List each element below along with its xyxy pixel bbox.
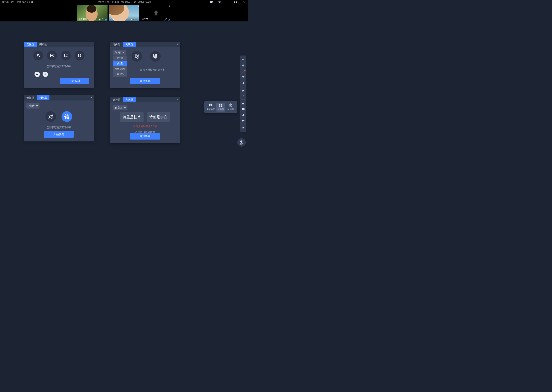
participant-name: 王小明 <box>142 17 149 21</box>
camera-icon[interactable] <box>209 0 214 5</box>
start-button[interactable]: 开始答题 <box>130 133 160 140</box>
raise-hand-button[interactable]: 0/2 <box>237 138 246 147</box>
option-d[interactable]: D <box>74 50 85 61</box>
close-icon[interactable] <box>241 0 247 5</box>
participant-name: 叮当老师 <box>78 17 87 21</box>
top-status-bar: 丢包率：0% 网络状态：良好 神秘大自然 已上课：02:34:09 ID：202… <box>0 0 248 4</box>
answer-options: A B C D <box>33 50 85 61</box>
participant-tile[interactable]: × 王小明 🎤 <box>141 5 171 21</box>
mic-muted-icon: 🎤 <box>164 18 167 21</box>
text-icon[interactable] <box>240 74 246 80</box>
screen-share-button[interactable]: 屏幕共享 <box>206 103 215 112</box>
quiz-panel-custom: 选择题 判断题 × 自定义 诗圣是杜甫 诗仙是李白 自定义内容最多5个字 点击预… <box>110 97 180 143</box>
main-stage: 选择题 判断题 × A B C D 点击字母预设正确答案 – + 开始答题 选择… <box>0 21 248 176</box>
chevron-down-icon <box>36 105 38 106</box>
folder-icon[interactable] <box>240 100 246 106</box>
mic-icon: 🎤 <box>101 18 103 21</box>
tab-judge[interactable]: 判断题 <box>123 97 136 102</box>
panel-tabs: 选择题 判断题 <box>24 95 94 100</box>
quiz-tool-button[interactable]: 答题器 <box>216 103 225 112</box>
option-c[interactable]: C <box>61 50 71 61</box>
apps-icon[interactable] <box>240 106 246 112</box>
custom-option[interactable]: 诗仙是李白 <box>147 112 170 122</box>
remove-option-button[interactable]: – <box>35 72 40 77</box>
class-timer: 已上课：02:34:09 <box>112 0 130 4</box>
chevron-down-icon <box>124 107 126 108</box>
tab-judge[interactable]: 判断题 <box>36 95 50 100</box>
judge-type-dropdown[interactable]: 对/错 <box>26 103 39 109</box>
option-false[interactable]: 错 <box>150 51 161 62</box>
minimize-icon[interactable] <box>225 0 230 5</box>
packet-loss: 丢包率：0% <box>2 0 14 4</box>
dropdown-item[interactable]: +自定义 <box>113 72 127 77</box>
bell-icon[interactable] <box>240 125 246 131</box>
svg-rect-6 <box>219 105 220 107</box>
dropdown-item[interactable]: 精致/粗糙 <box>113 66 127 72</box>
start-button[interactable]: 开始答题 <box>60 78 89 84</box>
tab-judge[interactable]: 判断题 <box>123 42 136 47</box>
start-button[interactable]: 开始答题 <box>130 78 160 84</box>
option-b[interactable]: B <box>47 50 57 61</box>
brightness-icon[interactable] <box>240 93 246 99</box>
close-icon[interactable]: × <box>91 96 92 99</box>
option-a[interactable]: A <box>33 50 43 61</box>
settings-icon[interactable] <box>217 0 222 5</box>
participant-name: Nina <box>110 18 115 21</box>
hand-icon <box>240 140 243 143</box>
mic-icon: 🎤 <box>132 18 135 21</box>
class-id: ID：2020070324 <box>133 0 151 4</box>
close-icon[interactable]: × <box>138 5 139 7</box>
error-text: 自定义内容最多5个字 <box>133 125 157 128</box>
dropdown-item[interactable]: 美/丑 <box>113 61 127 66</box>
participant-strip: 叮当老师 🎤 × Nina 🎤 × 王小明 🎤 <box>0 4 248 21</box>
tab-choice[interactable]: 选择题 <box>24 95 36 100</box>
option-true[interactable]: 对 <box>131 51 142 62</box>
svg-point-12 <box>243 96 244 97</box>
start-button[interactable]: 开始答题 <box>44 131 74 138</box>
pointer-icon[interactable] <box>240 57 246 63</box>
judge-type-dropdown[interactable]: 自定义 <box>113 105 127 111</box>
svg-rect-15 <box>243 109 244 109</box>
pen-icon[interactable] <box>240 69 246 74</box>
participant-tile[interactable]: × Nina 🎤 <box>109 5 139 21</box>
custom-option[interactable]: 诗圣是杜甫 <box>120 112 144 122</box>
add-option-button[interactable]: + <box>43 72 48 77</box>
audio-level <box>168 19 170 21</box>
tab-choice[interactable]: 选择题 <box>24 42 36 47</box>
close-icon[interactable]: × <box>91 42 92 46</box>
tab-choice[interactable]: 选择题 <box>110 97 123 102</box>
option-false[interactable]: 错 <box>62 111 72 122</box>
svg-point-16 <box>243 114 244 115</box>
close-icon[interactable]: × <box>177 42 179 46</box>
move-icon[interactable] <box>240 63 246 69</box>
person-icon[interactable] <box>240 112 246 118</box>
eraser-icon[interactable] <box>240 87 246 93</box>
panel-tabs: 选择题 判断题 <box>110 97 180 102</box>
cut-icon[interactable] <box>240 80 246 86</box>
svg-point-2 <box>154 11 158 14</box>
dropdown-item[interactable]: 对/错 <box>113 56 127 61</box>
chat-icon[interactable] <box>240 118 246 123</box>
dropdown-menu: 对/错 美/丑 精致/粗糙 +自定义 <box>113 56 127 77</box>
right-toolbar <box>240 56 246 132</box>
participant-tile[interactable]: 叮当老师 🎤 <box>77 5 108 21</box>
judge-type-dropdown[interactable]: 对/错 对/错 美/丑 精致/粗糙 +自定义 <box>113 50 126 55</box>
svg-rect-5 <box>221 104 222 105</box>
network-status: 网络状态：良好 <box>17 0 33 4</box>
svg-rect-13 <box>242 108 244 110</box>
preset-hint: 点击字母预设正确答案 <box>140 68 165 72</box>
teacher-tools-popup: 屏幕共享 答题器 抢答器 <box>204 101 237 113</box>
option-true[interactable]: 对 <box>45 111 56 122</box>
close-icon[interactable]: × <box>177 98 179 101</box>
fullscreen-icon[interactable] <box>233 0 239 5</box>
class-title: 神秘大自然 <box>98 0 109 4</box>
audio-level <box>105 19 107 21</box>
svg-rect-0 <box>210 1 212 3</box>
panel-tabs: 选择题 判断题 <box>24 42 94 47</box>
race-tool-button[interactable]: 抢答器 <box>226 103 235 112</box>
close-icon[interactable]: × <box>169 5 171 7</box>
tab-choice[interactable]: 选择题 <box>110 42 123 47</box>
audio-level <box>137 19 138 21</box>
tab-judge[interactable]: 判断题 <box>36 42 50 47</box>
svg-rect-7 <box>221 105 222 107</box>
